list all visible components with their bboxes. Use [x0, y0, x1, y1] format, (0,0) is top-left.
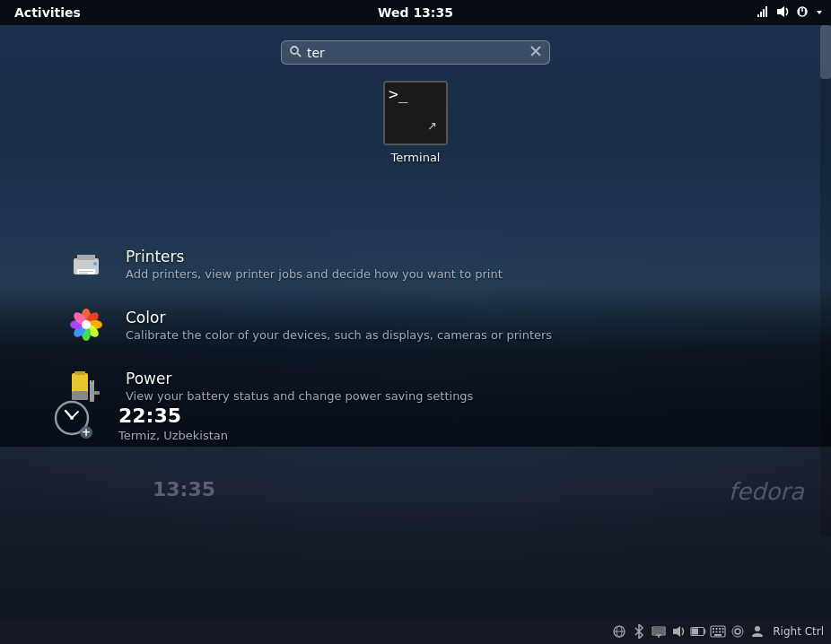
svg-rect-13	[79, 273, 88, 274]
results-list: Printers Add printers, view printer jobs…	[54, 233, 682, 416]
printers-icon-area	[65, 242, 108, 285]
power-menu-icon[interactable]	[795, 4, 809, 22]
svg-rect-52	[722, 628, 724, 630]
terminal-label: Terminal	[391, 151, 441, 164]
activities-button[interactable]: Activities	[7, 5, 88, 20]
svg-point-58	[735, 629, 740, 634]
svg-rect-54	[716, 631, 718, 633]
taskbar-network-icon[interactable]	[611, 623, 627, 640]
world-clock-icon-area: +	[54, 400, 101, 447]
svg-rect-56	[722, 631, 724, 633]
power-title: Power	[126, 370, 473, 387]
search-clear-button[interactable]	[529, 45, 542, 60]
svg-line-8	[298, 54, 302, 57]
svg-point-60	[755, 626, 760, 631]
svg-marker-44	[673, 626, 680, 637]
svg-rect-25	[74, 371, 85, 375]
taskbar-battery-icon[interactable]	[690, 623, 706, 640]
terminal-cursor-arrow: ↗	[427, 119, 437, 133]
svg-rect-12	[79, 271, 93, 272]
world-clock-icon: +	[54, 400, 93, 439]
world-clock-text: 22:35 Termiz, Uzbekistan	[118, 405, 228, 442]
fedora-watermark: fedora	[729, 478, 804, 505]
svg-rect-28	[94, 391, 100, 395]
volume-icon[interactable]	[775, 4, 790, 22]
search-icon	[289, 45, 302, 60]
taskbar-network2-icon[interactable]	[651, 623, 667, 640]
svg-rect-2	[763, 9, 765, 17]
svg-rect-46	[704, 629, 706, 633]
svg-text:+: +	[82, 426, 91, 439]
svg-point-59	[732, 626, 743, 637]
taskbar-user-icon[interactable]	[749, 623, 765, 640]
power-result-text: Power View your battery status and chang…	[126, 370, 473, 403]
topbar-right-icons	[756, 4, 824, 22]
svg-rect-3	[765, 6, 767, 17]
svg-rect-50	[716, 628, 718, 630]
color-icon-area	[65, 303, 108, 346]
topbar: Activities Wed 13:35	[0, 0, 831, 25]
printers-subtitle: Add printers, view printer jobs and deci…	[126, 267, 503, 281]
svg-rect-41	[653, 628, 664, 634]
svg-rect-55	[719, 631, 721, 633]
svg-rect-57	[714, 634, 722, 636]
svg-point-34	[70, 416, 74, 420]
color-subtitle: Calibrate the color of your devices, suc…	[126, 328, 552, 342]
chevron-down-icon[interactable]	[815, 5, 824, 20]
taskbar-keyboard-icon[interactable]	[710, 623, 726, 640]
bottom-time: 13:35	[153, 478, 215, 500]
apps-grid: >_ ↗ Terminal	[375, 81, 456, 164]
svg-rect-49	[713, 628, 714, 630]
terminal-app-icon[interactable]: >_ ↗ Terminal	[375, 81, 456, 164]
svg-rect-0	[757, 14, 759, 17]
svg-marker-6	[817, 11, 822, 14]
taskbar-bluetooth-icon[interactable]	[631, 623, 647, 640]
svg-rect-27	[90, 382, 94, 402]
svg-rect-30	[92, 380, 94, 384]
svg-rect-47	[692, 628, 698, 634]
search-container: ter	[281, 40, 550, 65]
taskbar-audio-icon[interactable]	[670, 623, 687, 640]
svg-point-23	[82, 320, 91, 329]
svg-point-14	[93, 262, 97, 265]
taskbar-right-ctrl-label: Right Ctrl	[773, 625, 824, 638]
color-title: Color	[126, 309, 552, 326]
svg-rect-29	[90, 380, 92, 384]
scrollbar-thumb[interactable]	[820, 25, 831, 79]
taskbar-settings-icon[interactable]	[730, 623, 746, 640]
printers-result-text: Printers Add printers, view printer jobs…	[126, 248, 503, 281]
svg-rect-51	[719, 628, 721, 630]
scrollbar-track[interactable]	[820, 25, 831, 536]
svg-rect-53	[713, 631, 714, 633]
terminal-prompt-text: >_	[389, 86, 408, 102]
world-clock-location: Termiz, Uzbekistan	[118, 429, 228, 442]
world-clock-time: 22:35	[118, 405, 228, 427]
result-item-printers[interactable]: Printers Add printers, view printer jobs…	[54, 233, 682, 294]
terminal-inner: >_ ↗	[385, 83, 446, 144]
svg-point-7	[291, 47, 298, 54]
svg-marker-4	[777, 6, 784, 17]
tools-icon	[66, 244, 106, 283]
topbar-clock: Wed 13:35	[378, 5, 453, 20]
svg-rect-10	[77, 255, 95, 260]
network-icon[interactable]	[756, 4, 770, 22]
printers-title: Printers	[126, 248, 503, 265]
svg-rect-26	[72, 391, 88, 400]
world-clock-item[interactable]: + 22:35 Termiz, Uzbekistan	[54, 400, 228, 447]
search-input[interactable]: ter	[307, 46, 524, 60]
taskbar: Right Ctrl	[0, 619, 831, 644]
color-icon	[67, 306, 105, 344]
svg-rect-1	[760, 12, 762, 17]
color-result-text: Color Calibrate the color of your device…	[126, 309, 552, 342]
search-box[interactable]: ter	[281, 40, 550, 65]
result-item-color[interactable]: Color Calibrate the color of your device…	[54, 294, 682, 355]
terminal-icon-box: >_ ↗	[383, 81, 448, 145]
